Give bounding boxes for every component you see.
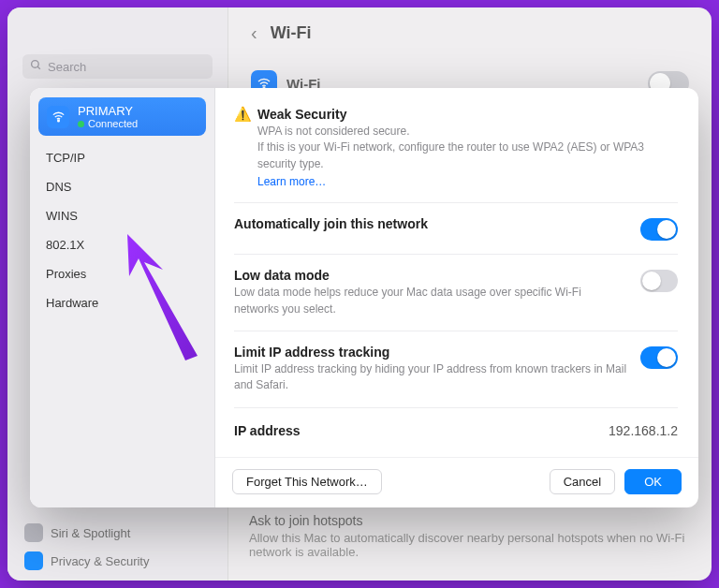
privacy-icon — [24, 551, 43, 570]
ip-address-label: IP address — [234, 423, 301, 438]
sheet-body: ⚠️ Weak Security WPA is not considered s… — [215, 88, 698, 507]
weak-security-section: ⚠️ Weak Security WPA is not considered s… — [234, 103, 678, 203]
ask-hotspots-desc: Allow this Mac to automatically discover… — [249, 531, 691, 559]
lowdata-section: Low data mode Low data mode helps reduce… — [234, 255, 678, 331]
autojoin-toggle[interactable] — [640, 218, 678, 241]
autojoin-section: Automatically join this network — [234, 203, 678, 255]
limitip-title: Limit IP address tracking — [234, 345, 627, 360]
network-details-sheet: PRIMARY Connected TCP/IP DNS WINS 802.1X… — [30, 88, 698, 507]
ip-address-value: 192.168.1.2 — [609, 423, 678, 438]
lowdata-title: Low data mode — [234, 268, 627, 283]
lowdata-desc: Low data mode helps reduce your Mac data… — [234, 285, 627, 317]
sheet-sidebar: PRIMARY Connected TCP/IP DNS WINS 802.1X… — [30, 88, 215, 507]
tab-8021x[interactable]: 802.1X — [38, 230, 206, 259]
back-button[interactable]: ‹ — [251, 22, 257, 44]
sheet-scroll[interactable]: ⚠️ Weak Security WPA is not considered s… — [215, 88, 698, 457]
sheet-footer: Forget This Network… Cancel OK — [215, 457, 698, 507]
page-title: Wi-Fi — [271, 23, 312, 43]
ask-hotspots-block: Ask to join hotspots Allow this Mac to a… — [249, 513, 691, 559]
tab-tcpip[interactable]: TCP/IP — [38, 143, 206, 172]
tab-proxies[interactable]: Proxies — [38, 259, 206, 288]
svg-line-1 — [37, 66, 40, 69]
siri-icon — [24, 523, 43, 542]
ask-hotspots-title: Ask to join hotspots — [249, 513, 691, 528]
network-name: PRIMARY — [78, 104, 138, 118]
limitip-desc: Limit IP address tracking by hiding your… — [234, 361, 627, 394]
weak-security-line2: If this is your Wi-Fi network, configure… — [257, 140, 678, 172]
learn-more-link[interactable]: Learn more… — [257, 175, 326, 188]
sheet-tabs: TCP/IP DNS WINS 802.1X Proxies Hardware — [38, 143, 206, 317]
limitip-toggle[interactable] — [640, 346, 678, 369]
warning-icon: ⚠️ — [234, 107, 252, 189]
svg-point-3 — [57, 120, 59, 122]
limitip-section: Limit IP address tracking Limit IP addre… — [234, 331, 678, 408]
search-icon — [30, 59, 42, 74]
content-header: ‹ Wi-Fi — [251, 22, 689, 44]
sidebar-item-siri[interactable]: Siri & Spotlight — [7, 519, 228, 547]
status-dot-icon — [78, 121, 84, 127]
ok-button[interactable]: OK — [624, 469, 682, 494]
weak-security-title: Weak Security — [257, 107, 678, 122]
tab-dns[interactable]: DNS — [38, 172, 206, 201]
svg-point-0 — [32, 61, 39, 68]
ip-address-row: IP address 192.168.1.2 — [234, 408, 678, 453]
weak-security-line1: WPA is not considered secure. — [257, 124, 678, 140]
sidebar-item-privacy[interactable]: Privacy & Security — [7, 547, 228, 575]
search-field[interactable]: Search — [22, 54, 213, 79]
search-placeholder: Search — [48, 60, 86, 74]
tab-hardware[interactable]: Hardware — [38, 288, 206, 317]
wifi-icon — [47, 106, 69, 128]
lowdata-toggle[interactable] — [640, 270, 678, 292]
forget-network-button[interactable]: Forget This Network… — [232, 469, 382, 494]
cancel-button[interactable]: Cancel — [550, 469, 615, 494]
network-status: Connected — [78, 118, 138, 129]
sidebar-item-primary[interactable]: PRIMARY Connected — [38, 97, 206, 136]
tab-wins[interactable]: WINS — [38, 201, 206, 230]
autojoin-title: Automatically join this network — [234, 216, 627, 231]
